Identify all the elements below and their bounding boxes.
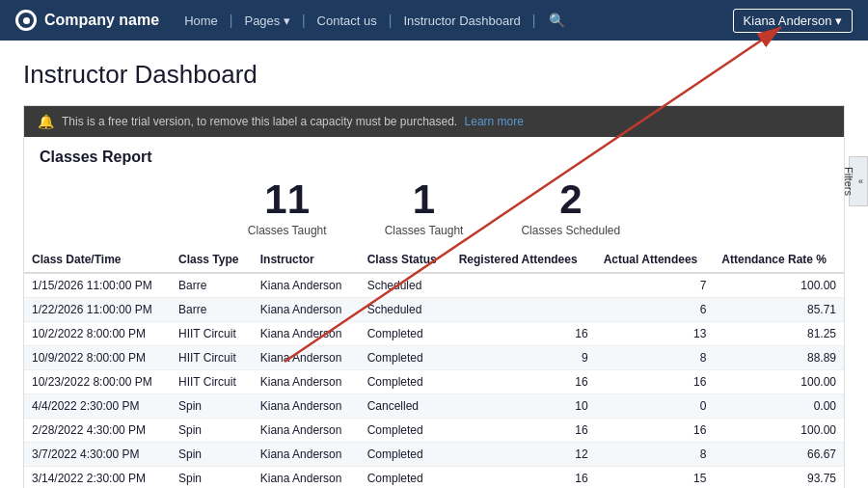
table-row: 4/4/2022 2:30:00 PMSpinKiana AndersonCan…	[24, 394, 844, 419]
table-cell: Kiana Anderson	[253, 467, 360, 489]
navbar: Company name Home | Pages ▾ | Contact us…	[0, 0, 868, 41]
table-cell: HIIT Circuit	[171, 370, 253, 394]
table-cell	[451, 298, 596, 322]
table-cell: Barre	[171, 298, 253, 322]
stat-classes-taught-2: 1 Classes Taught	[385, 179, 464, 237]
table-row: 1/15/2026 11:00:00 PMBarreKiana Anderson…	[24, 273, 844, 298]
table-cell: Spin	[171, 419, 253, 443]
col-status: Class Status	[360, 247, 451, 273]
table-cell: 7	[596, 273, 715, 298]
classes-table: Class Date/Time Class Type Instructor Cl…	[24, 247, 844, 488]
table-cell: 3/7/2022 4:30:00 PM	[24, 443, 171, 467]
table-cell: 13	[596, 322, 715, 346]
table-cell: 10/9/2022 8:00:00 PM	[24, 346, 171, 370]
filters-sidebar[interactable]: « Filters	[849, 156, 868, 206]
table-cell: Completed	[360, 443, 451, 467]
table-cell: 16	[451, 419, 596, 443]
table-cell: 81.25	[714, 322, 844, 346]
stat-label-3: Classes Scheduled	[521, 224, 620, 237]
stat-classes-taught-1: 11 Classes Taught	[248, 179, 327, 237]
brand: Company name	[15, 10, 159, 31]
table-cell: 66.67	[714, 443, 844, 467]
table-body: 1/15/2026 11:00:00 PMBarreKiana Anderson…	[24, 273, 844, 488]
col-actual: Actual Attendees	[596, 247, 715, 273]
table-cell: Completed	[360, 322, 451, 346]
table-cell: 1/22/2026 11:00:00 PM	[24, 298, 171, 322]
table-cell: HIIT Circuit	[171, 322, 253, 346]
table-cell: 2/28/2022 4:30:00 PM	[24, 419, 171, 443]
table-cell: 16	[596, 370, 715, 394]
table-cell: 16	[451, 322, 596, 346]
table-cell: 1/15/2026 11:00:00 PM	[24, 273, 171, 298]
trial-banner: 🔔 This is a free trial version, to remov…	[24, 106, 844, 137]
table-cell: 16	[596, 419, 715, 443]
table-cell: Kiana Anderson	[253, 394, 360, 419]
table-cell: Scheduled	[360, 273, 451, 298]
col-rate: Attendance Rate %	[714, 247, 844, 273]
stat-number-3: 2	[521, 179, 620, 220]
nav-sep-4: |	[532, 13, 536, 28]
report-container: 🔔 This is a free trial version, to remov…	[23, 105, 845, 488]
table-cell: Kiana Anderson	[253, 419, 360, 443]
table-cell: Completed	[360, 370, 451, 394]
table-header: Class Date/Time Class Type Instructor Cl…	[24, 247, 844, 273]
table-cell: 16	[451, 370, 596, 394]
col-instructor: Instructor	[253, 247, 360, 273]
nav-home[interactable]: Home	[178, 10, 224, 32]
table-cell: 3/14/2022 2:30:00 PM	[24, 467, 171, 489]
classes-table-wrapper[interactable]: Class Date/Time Class Type Instructor Cl…	[24, 247, 844, 488]
table-cell: 100.00	[714, 370, 844, 394]
table-cell: 10/2/2022 8:00:00 PM	[24, 322, 171, 346]
trial-banner-text: This is a free trial version, to remove …	[62, 115, 524, 128]
user-menu-button[interactable]: Kiana Anderson ▾	[733, 9, 853, 33]
table-cell: Spin	[171, 394, 253, 419]
table-cell: 0.00	[714, 394, 844, 419]
nav-contact[interactable]: Contact us	[312, 10, 383, 32]
table-cell: 8	[596, 346, 715, 370]
nav-sep-3: |	[389, 13, 393, 28]
table-cell: Kiana Anderson	[253, 298, 360, 322]
table-cell: Completed	[360, 467, 451, 489]
table-cell: 10	[451, 394, 596, 419]
table-cell: Scheduled	[360, 298, 451, 322]
table-cell: 0	[596, 394, 715, 419]
nav-sep-1: |	[230, 13, 233, 28]
col-registered: Registered Attendees	[451, 247, 596, 273]
main-content: Instructor Dashboard 🔔 This is a free tr…	[0, 41, 868, 488]
bell-icon: 🔔	[38, 114, 54, 129]
report-header: Classes Report	[24, 137, 844, 166]
table-cell: 10/23/2022 8:00:00 PM	[24, 370, 171, 394]
learn-more-link[interactable]: Learn more	[465, 115, 524, 128]
stats-row: 11 Classes Taught 1 Classes Taught 2 Cla…	[24, 166, 844, 247]
table-cell: 15	[596, 467, 715, 489]
table-cell: Cancelled	[360, 394, 451, 419]
table-cell: 100.00	[714, 273, 844, 298]
table-cell: Barre	[171, 273, 253, 298]
table-cell: Kiana Anderson	[253, 370, 360, 394]
table-row: 3/14/2022 2:30:00 PMSpinKiana AndersonCo…	[24, 467, 844, 489]
table-row: 3/7/2022 4:30:00 PMSpinKiana AndersonCom…	[24, 443, 844, 467]
table-cell: 93.75	[714, 467, 844, 489]
stat-label-1: Classes Taught	[248, 224, 327, 237]
search-icon[interactable]: 🔍	[541, 9, 573, 32]
report-title: Classes Report	[40, 149, 152, 165]
brand-name: Company name	[44, 12, 159, 29]
table-cell: 6	[596, 298, 715, 322]
table-cell: 9	[451, 346, 596, 370]
table-cell: Kiana Anderson	[253, 346, 360, 370]
col-date: Class Date/Time	[24, 247, 171, 273]
table-cell: Kiana Anderson	[253, 443, 360, 467]
table-cell: HIIT Circuit	[171, 346, 253, 370]
col-type: Class Type	[171, 247, 253, 273]
table-cell: 8	[596, 443, 715, 467]
stat-label-2: Classes Taught	[385, 224, 464, 237]
table-cell: 16	[451, 467, 596, 489]
nav-sep-2: |	[302, 13, 306, 28]
nav-instructor-dashboard[interactable]: Instructor Dashboard	[397, 10, 526, 32]
table-cell: 100.00	[714, 419, 844, 443]
table-row: 10/2/2022 8:00:00 PMHIIT CircuitKiana An…	[24, 322, 844, 346]
table-cell: 85.71	[714, 298, 844, 322]
table-cell: Completed	[360, 419, 451, 443]
nav-pages[interactable]: Pages ▾	[238, 10, 295, 32]
table-cell: Kiana Anderson	[253, 273, 360, 298]
